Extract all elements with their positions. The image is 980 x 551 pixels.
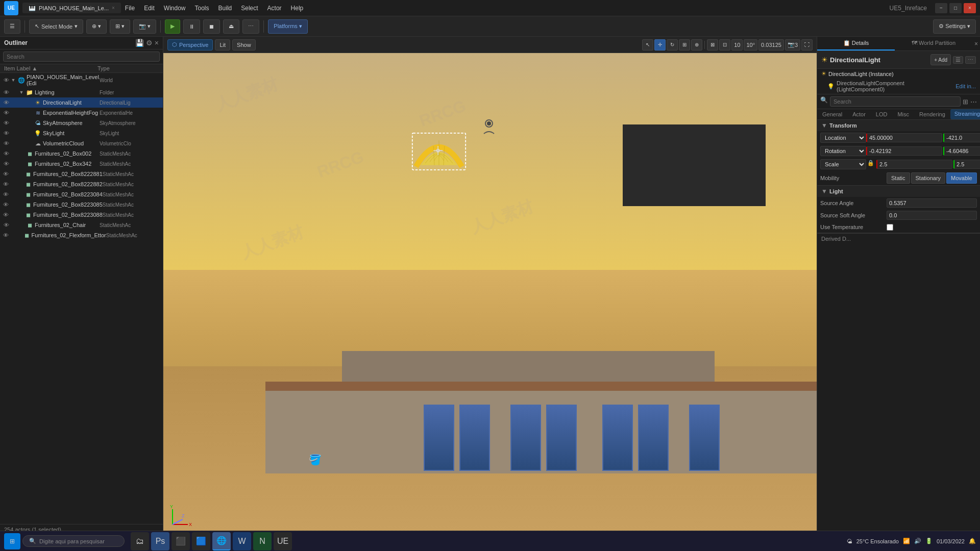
source-soft-angle-input[interactable] [887, 211, 977, 220]
tree-item-furn8223085[interactable]: 👁 ◼ Furnitures_02_Box8223085 StaticMeshA… [0, 199, 163, 210]
transform-button[interactable]: ⊕ ▾ [86, 19, 107, 34]
tree-item-skyatm[interactable]: 👁 🌤 SkyAtmosphere SkyAtmosphere [0, 118, 163, 128]
platforms-button[interactable]: Platforms ▾ [268, 19, 308, 34]
menu-build[interactable]: Build [214, 3, 236, 14]
tab-actor[interactable]: Actor [847, 109, 871, 119]
location-y-input[interactable] [943, 133, 980, 142]
tab-world-partition[interactable]: 🗺 World Partition [895, 37, 972, 51]
instance-row-main[interactable]: ☀ DirectionalLight (Instance) [817, 69, 980, 79]
camera-button[interactable]: 📷 ▾ [133, 19, 156, 34]
eject-button[interactable]: ⏏ [223, 19, 239, 34]
file-tab[interactable]: 🎹 PIANO_HOUSE_Main_Le... × [22, 3, 121, 13]
tree-item-expfog[interactable]: 👁 ≋ ExponentialHeightFog ExponentialHe [0, 108, 163, 118]
maximize-button[interactable]: □ [949, 3, 962, 13]
tab-misc[interactable]: Misc [892, 109, 914, 119]
tree-item-lighting[interactable]: 👁 ▼ 📁 Lighting Folder [0, 87, 163, 97]
instance-row-component[interactable]: 💡 DirectionalLightComponent (LightCompon… [817, 79, 980, 94]
location-dropdown[interactable]: Location [820, 133, 866, 143]
scale-value[interactable]: 0.03125 [758, 39, 784, 51]
tab-lod[interactable]: LOD [871, 109, 893, 119]
add-component-button[interactable]: + Add [930, 54, 951, 65]
menu-edit[interactable]: Edit [140, 3, 159, 14]
menu-actor[interactable]: Actor [263, 3, 286, 14]
close-icon[interactable]: × [974, 40, 978, 47]
tree-item-dirlight[interactable]: 👁 ☀ DirectionalLight DirectionalLig [0, 97, 163, 108]
static-button[interactable]: Static [887, 172, 910, 184]
transform-tool[interactable]: ⊕ [691, 39, 702, 51]
source-angle-input[interactable] [887, 198, 977, 208]
scale-x-input[interactable] [876, 160, 952, 169]
tab-general[interactable]: General [817, 109, 847, 119]
taskbar-unreal[interactable]: UE [274, 532, 292, 550]
taskbar-files[interactable]: 🗂 [131, 532, 149, 550]
hamburger-menu[interactable]: ☰ [4, 19, 20, 34]
more-play-button[interactable]: ⋯ [242, 19, 259, 34]
menu-window[interactable]: Window [160, 3, 190, 14]
cursor-tool[interactable]: ↖ [642, 39, 653, 51]
tree-item-furn002[interactable]: 👁 ◼ Furnitures_02_Box002 StaticMeshAc [0, 148, 163, 159]
taskbar-browser[interactable]: 🌐 [212, 532, 231, 550]
lock-icon[interactable]: 🔒 [867, 160, 874, 169]
tree-item-furn8222881[interactable]: 👁 ◼ Furnitures_02_Box8222881 StaticMeshA… [0, 169, 163, 179]
stop-button[interactable]: ⏹ [203, 19, 220, 34]
move-tool[interactable]: ✛ [654, 39, 666, 51]
settings-button[interactable]: ⚙ Settings ▾ [933, 19, 976, 34]
taskbar-search[interactable]: 🔍 Digite aqui para pesquisar [22, 535, 125, 547]
rotation-y-input[interactable] [943, 146, 980, 156]
pause-button[interactable]: ⏸ [183, 19, 200, 34]
taskbar-cmd[interactable]: ⬛ [172, 532, 190, 550]
scale-dropdown[interactable]: Scale [820, 159, 866, 169]
viewport-3d[interactable]: 🪣 人人素材 RRCG 人人素材 RRCG 人人素材 X Y Z [163, 53, 817, 535]
rotate-tool[interactable]: ↻ [667, 39, 678, 51]
tree-item-furnchair[interactable]: 👁 ◼ Furnitures_02_Chair StaticMeshAc [0, 220, 163, 230]
menu-tools[interactable]: Tools [191, 3, 213, 14]
visibility-icon[interactable]: 👁 [2, 77, 10, 83]
tree-item-furn8223084[interactable]: 👁 ◼ Furnitures_02_Box8223084 StaticMeshA… [0, 189, 163, 199]
taskbar-word[interactable]: W [233, 532, 251, 550]
tree-item-furn8223088[interactable]: 👁 ◼ Furnitures_02_Box8223088 StaticMeshA… [0, 210, 163, 220]
tree-item-furnflex[interactable]: 👁 ◼ Furnitures_02_Flexform_Ettor StaticM… [0, 230, 163, 240]
tree-item-volcloud[interactable]: 👁 ☁ VolumetricCloud VolumetricClo [0, 138, 163, 148]
use-temperature-checkbox[interactable] [887, 224, 893, 231]
taskbar-photoshop[interactable]: Ps [151, 532, 169, 550]
angle-snap-tool[interactable]: ⊡ [719, 39, 730, 51]
taskbar-app4[interactable]: 🟦 [192, 532, 210, 550]
more-icon[interactable]: ⋯ [970, 96, 977, 107]
close-button[interactable]: × [964, 3, 976, 13]
visibility-icon[interactable]: 👁 [2, 99, 10, 106]
perspective-button[interactable]: ⬡ Perspective [167, 39, 213, 51]
outliner-search-input[interactable] [3, 52, 160, 62]
tree-item-root[interactable]: 👁 ▼ 🌐 PIANO_HOUSE_Main_Level (Edi World [0, 73, 163, 87]
lit-button[interactable]: Lit [215, 39, 230, 51]
directional-light-object[interactable] [408, 132, 470, 178]
settings-icon[interactable]: ⚙ [146, 39, 153, 47]
tab-streaming[interactable]: Streaming [950, 109, 980, 119]
start-button[interactable]: ⊞ [4, 533, 20, 549]
maximize-viewport[interactable]: ⛶ [801, 39, 813, 51]
movable-button[interactable]: Movable [946, 172, 977, 184]
show-button[interactable]: Show [232, 39, 256, 51]
stationary-button[interactable]: Stationary [911, 172, 946, 184]
grid-snap-tool[interactable]: ⊠ [707, 39, 718, 51]
transform-header[interactable]: ▼ Transform [817, 120, 980, 131]
menu-file[interactable]: File [121, 3, 139, 14]
taskbar-nvidia[interactable]: N [253, 532, 272, 550]
save-icon[interactable]: 💾 [135, 39, 144, 47]
details-more-button[interactable]: ⋯ [965, 56, 976, 64]
tab-details[interactable]: 📋 Details [817, 37, 895, 51]
camera-speed[interactable]: 📷 3 [785, 39, 800, 51]
angle-value[interactable]: 10° [744, 39, 757, 51]
filter-icon[interactable]: ⊞ [963, 96, 968, 107]
grid-value[interactable]: 10 [731, 39, 743, 51]
light-header[interactable]: ▼ Light [817, 186, 980, 197]
tree-item-furn8222882[interactable]: 👁 ◼ Furnitures_02_Box8222882 StaticMeshA… [0, 179, 163, 189]
rotation-dropdown[interactable]: Rotation [820, 146, 866, 156]
menu-select[interactable]: Select [237, 3, 262, 14]
details-menu-button[interactable]: ☰ [953, 56, 963, 64]
location-x-input[interactable] [866, 133, 942, 142]
close-icon[interactable]: × [155, 39, 159, 47]
select-mode-button[interactable]: ↖ Select Mode ▾ [29, 19, 83, 34]
visibility-icon[interactable]: 👁 [2, 89, 10, 95]
details-search-input[interactable] [830, 96, 961, 107]
scale-tool[interactable]: ⊞ [679, 39, 690, 51]
